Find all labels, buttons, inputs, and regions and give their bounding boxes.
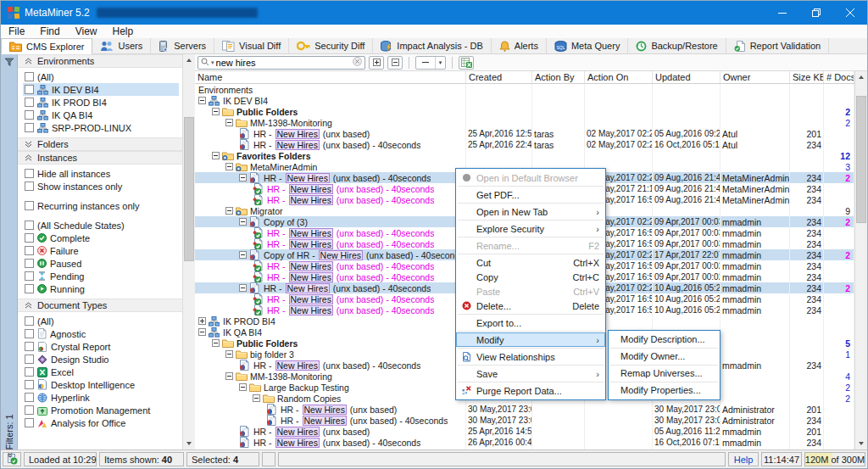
scrollbar-thumb[interactable] [184, 117, 194, 261]
toolbar-tab-impact-analysis-db[interactable]: Impact Analysis - DB [373, 38, 491, 53]
help-link[interactable]: Help [728, 452, 759, 466]
sidebar-item-all[interactable]: (All) [23, 70, 179, 83]
tree-row[interactable]: Favorites Folders3 [195, 448, 854, 449]
menu-item-copy[interactable]: CopyCtrl+C [456, 270, 605, 284]
sidebar-item-complete[interactable]: Complete [23, 232, 179, 244]
sidebar-item-ik-dev-bi4[interactable]: IK DEV BI4 [23, 83, 179, 96]
toolbar-tab-servers[interactable]: Servers [151, 38, 214, 53]
sidebar-item-design-studio[interactable]: Design Studio [23, 353, 179, 366]
column-header-owner[interactable]: Owner [721, 71, 790, 83]
menu-item-export-to[interactable]: Export to... [456, 315, 605, 330]
search-input[interactable] [216, 57, 351, 68]
toolbar-tab-cms-explorer[interactable]: CMS Explorer [1, 38, 92, 54]
checkbox[interactable] [25, 98, 34, 107]
scroll-down-arrow[interactable] [183, 438, 195, 449]
menu-item-explore-security[interactable]: Explore Security› [456, 221, 605, 236]
checkbox[interactable] [25, 284, 34, 293]
scroll-up-arrow[interactable] [855, 71, 867, 83]
toolbar-tab-alerts[interactable]: Alerts [492, 38, 547, 53]
checkbox[interactable] [25, 367, 34, 377]
submenu-item-modify-owner[interactable]: Modify Owner... [609, 349, 720, 364]
tree-expander-icon[interactable] [225, 207, 233, 215]
sidebar-item-all-schedule-states[interactable]: (All Schedule States) [23, 219, 179, 232]
sidebar-item-all[interactable]: (All) [23, 315, 179, 327]
sidebar-item-show-instances-only[interactable]: Show instances only [23, 180, 179, 193]
sidebar-item-analysis-for-office[interactable]: Analysis for Office [23, 416, 179, 429]
checkbox[interactable] [25, 342, 34, 351]
toolbar-tab-report-validation[interactable]: Report Validation [726, 38, 830, 53]
tree-row[interactable]: Public Folders2 [195, 106, 854, 117]
sidebar-item-ik-qa-bi4[interactable]: IK QA BI4 [23, 109, 179, 121]
checkbox[interactable] [25, 405, 34, 415]
sidebar-item-paused[interactable]: Paused [23, 257, 179, 270]
tree-expander-icon[interactable] [225, 119, 233, 126]
tree-expander-icon[interactable] [253, 394, 260, 402]
table-scrollbar[interactable] [854, 71, 867, 449]
sidebar-item-hide-all-instances[interactable]: Hide all instances [23, 167, 179, 180]
checkbox[interactable] [25, 329, 34, 338]
view-options-split-button[interactable]: ▾ [415, 56, 446, 70]
tree-expander-icon[interactable] [239, 284, 247, 292]
scrollbar-thumb[interactable] [856, 96, 866, 223]
tree-expander-icon[interactable] [239, 251, 247, 259]
checkbox[interactable] [25, 393, 34, 402]
tree-row[interactable]: IK DEV BI4 [195, 95, 854, 106]
collapse-all-button[interactable] [387, 56, 403, 70]
tree-expander-icon[interactable] [225, 350, 233, 358]
scroll-down-arrow[interactable] [855, 438, 867, 449]
section-header-document-types[interactable]: Document Types [18, 299, 182, 312]
toolbar-tab-security-diff[interactable]: Security Diff [289, 38, 373, 53]
menu-item-cut[interactable]: CutCtrl+X [456, 255, 605, 270]
sidebar-item-promotion-management[interactable]: Promotion Management [23, 404, 179, 416]
export-to-excel-button[interactable] [459, 56, 474, 70]
checkbox[interactable] [25, 72, 34, 81]
menu-item-modify[interactable]: Modify› [456, 332, 605, 347]
search-clear-icon[interactable] [353, 57, 362, 68]
tree-row[interactable]: HR - New Hires (unx based)25 Apr,2016 14… [195, 426, 854, 437]
toolbar-tab-visual-diff[interactable]: Visual Diff [214, 38, 289, 53]
tree-expander-icon[interactable] [239, 383, 247, 391]
checkbox[interactable] [25, 246, 34, 255]
checkbox[interactable] [25, 221, 34, 230]
tree-expander-icon[interactable] [198, 328, 206, 336]
sidebar-item-pending[interactable]: Pending [23, 270, 179, 282]
section-header-folders[interactable]: Folders [18, 137, 182, 151]
section-header-environments[interactable]: Environments [18, 54, 182, 68]
memory-usage-indicator[interactable]: 120M of 300M [804, 452, 865, 466]
checkbox[interactable] [25, 181, 34, 191]
sidebar-item-desktop-intelligence[interactable]: Desktop Intelligence [23, 378, 179, 391]
sidebar-item-agnostic[interactable]: Agnostic [23, 327, 179, 340]
close-button[interactable] [833, 1, 867, 25]
minimize-button[interactable] [765, 1, 799, 25]
sidebar-item-ik-prod-bi4[interactable]: IK PROD BI4 [23, 96, 179, 109]
tree-expander-icon[interactable] [225, 372, 233, 380]
tree-expander-icon[interactable] [239, 174, 247, 181]
checkbox[interactable] [25, 355, 34, 364]
column-header-created[interactable]: Created [466, 71, 532, 83]
search-box[interactable]: ▾ [198, 56, 365, 70]
sidebar-item-recurring-instances-only[interactable]: Recurring instances only [23, 199, 179, 212]
menu-item-find[interactable]: Find [32, 25, 67, 38]
sidebar-item-crystal-report[interactable]: Crystal Report [23, 340, 179, 353]
tree-expander-icon[interactable] [225, 163, 233, 170]
tree-expander-icon[interactable] [198, 97, 206, 104]
checkbox[interactable] [25, 110, 34, 120]
toolbar-tab-meta-query[interactable]: SQLMeta Query [547, 38, 628, 53]
checkbox[interactable] [25, 201, 34, 210]
tree-row[interactable]: HR - New Hires (unx based)30 May,2017 23… [195, 404, 854, 415]
menu-item-save[interactable]: Save› [456, 366, 605, 381]
tree-expander-icon[interactable] [212, 152, 220, 159]
column-header-size-kb[interactable]: Size KB [790, 71, 824, 83]
menu-item-file[interactable]: File [1, 25, 32, 38]
sidebar-item-failure[interactable]: Failure [23, 244, 179, 257]
tree-row[interactable]: HR - New Hires (unx based) - 40seconds25… [195, 139, 854, 150]
column-header-docs[interactable]: # Docs [824, 71, 854, 83]
tree-expander-icon[interactable] [212, 108, 220, 115]
toolbar-tab-backup-restore[interactable]: Backup/Restore [628, 38, 726, 53]
menu-item-view-relationships[interactable]: View Relationships [456, 349, 605, 364]
section-header-instances[interactable]: Instances [18, 151, 182, 165]
tree-expander-icon[interactable] [212, 339, 220, 347]
checkbox[interactable] [25, 259, 34, 268]
menu-item-view[interactable]: View [68, 25, 105, 38]
column-header-action-by[interactable]: Action By [532, 71, 585, 83]
